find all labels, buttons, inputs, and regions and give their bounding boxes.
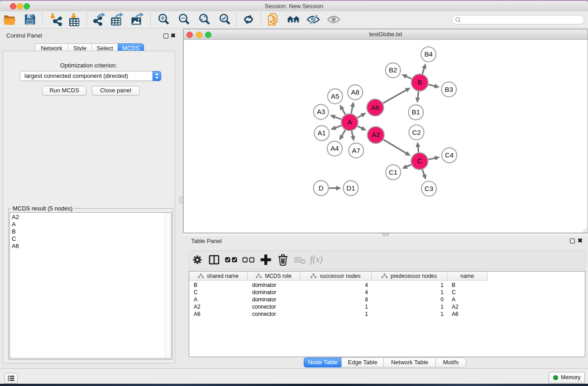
table-cell[interactable]: 1: [372, 289, 447, 296]
mcds-result-list[interactable]: A2ABCA6: [10, 212, 172, 358]
network-window-titlebar[interactable]: testGlobe.txt: [184, 29, 588, 40]
delete-column-button[interactable]: [276, 253, 290, 267]
select-all-button[interactable]: [225, 253, 238, 267]
add-column-button[interactable]: [259, 253, 272, 267]
duplicate-network-button[interactable]: [267, 13, 281, 26]
graph-edge-A-A4[interactable]: [339, 130, 345, 140]
table-cell[interactable]: 1: [300, 310, 372, 318]
column-header-shared-name[interactable]: shared name: [189, 272, 248, 281]
graph-node-A[interactable]: A: [341, 114, 358, 131]
run-mcds-button[interactable]: Run MCDS: [42, 86, 86, 95]
table-cell[interactable]: dominator: [248, 281, 300, 289]
graph-node-A6[interactable]: A6: [367, 99, 383, 116]
export-network-button[interactable]: [92, 13, 105, 26]
graph-edge-B-B4[interactable]: [422, 63, 426, 74]
table-cell[interactable]: 1: [372, 303, 447, 310]
save-session-button[interactable]: [23, 13, 37, 26]
graph-edge-A-A2[interactable]: [358, 126, 366, 131]
graph-edge-C-C3[interactable]: [422, 170, 426, 180]
show-all-button[interactable]: [327, 13, 340, 26]
table-cell[interactable]: B: [447, 281, 488, 289]
table-cell[interactable]: B: [189, 281, 248, 289]
table-cell[interactable]: 1: [372, 281, 447, 289]
close-panel-icon[interactable]: ✖: [171, 33, 176, 38]
graph-edge-A-A5[interactable]: [340, 105, 345, 114]
first-neighbors-button[interactable]: [287, 13, 300, 26]
refresh-layout-button[interactable]: [242, 13, 255, 26]
graph-node-C3[interactable]: C3: [421, 181, 436, 196]
close-panel-button[interactable]: Close panel: [92, 86, 139, 95]
tab-node-table[interactable]: Node Table: [304, 357, 342, 367]
table-cell[interactable]: 4: [300, 289, 372, 296]
table-cell[interactable]: 4: [300, 281, 372, 289]
table-cell[interactable]: connector: [248, 303, 300, 310]
graph-node-A4[interactable]: A4: [327, 141, 342, 156]
column-header-MCDS-role[interactable]: MCDS role: [248, 272, 300, 281]
mcds-result-item[interactable]: A6: [12, 243, 19, 250]
network-canvas[interactable]: B4B2BB3A5A8A6A3B1AC2A1A2A4A7C4CC1C3DD1: [184, 40, 587, 232]
graph-node-C1[interactable]: C1: [386, 165, 401, 180]
graph-edge-B-B3[interactable]: [428, 84, 440, 88]
graph-edge-A6-B[interactable]: [383, 88, 411, 103]
graph-node-A3[interactable]: A3: [314, 105, 329, 119]
zoom-fit-button[interactable]: [198, 13, 211, 26]
mcds-result-item[interactable]: C: [12, 235, 19, 243]
resize-grip-icon[interactable]: [581, 226, 587, 232]
import-table-button[interactable]: [67, 13, 81, 26]
task-history-button[interactable]: [5, 373, 18, 384]
table-cell[interactable]: A6: [189, 310, 248, 318]
graph-node-A7[interactable]: A7: [349, 143, 363, 158]
graph-node-B1[interactable]: B1: [408, 105, 423, 120]
table-cell[interactable]: A: [189, 296, 248, 303]
graph-edge-D-D1[interactable]: [329, 186, 341, 191]
table-cell[interactable]: 0: [372, 296, 447, 303]
import-network-button[interactable]: [49, 13, 62, 26]
column-header-predecessor-nodes[interactable]: predecessor nodes: [372, 272, 447, 281]
table-cell[interactable]: dominator: [248, 296, 300, 303]
table-cell[interactable]: A6: [447, 310, 488, 318]
optimization-dropdown[interactable]: largest connected component (directed): [20, 71, 161, 81]
graph-edge-C-C1[interactable]: [402, 164, 411, 169]
export-image-button[interactable]: [130, 13, 144, 26]
column-header-successor-nodes[interactable]: successor nodes: [300, 272, 372, 281]
split-columns-button[interactable]: [207, 253, 221, 267]
table-cell[interactable]: dominator: [248, 289, 300, 296]
export-table-button[interactable]: [110, 13, 124, 26]
graph-edge-A-A7[interactable]: [350, 131, 355, 141]
zoom-selected-button[interactable]: [218, 13, 232, 26]
column-header-name[interactable]: name: [447, 272, 488, 281]
mcds-result-item[interactable]: B: [12, 228, 19, 235]
graph-edge-C-C2[interactable]: [416, 142, 420, 152]
hide-selected-button[interactable]: [306, 13, 320, 26]
memory-button[interactable]: Memory: [549, 372, 585, 383]
zoom-out-button[interactable]: [177, 13, 191, 26]
graph-node-D[interactable]: D: [314, 181, 329, 195]
graph-edge-A-A1[interactable]: [330, 125, 341, 130]
graph-node-C4[interactable]: C4: [442, 148, 457, 163]
deselect-all-button[interactable]: [242, 253, 255, 267]
table-cell[interactable]: C: [447, 289, 488, 296]
mcds-result-item[interactable]: A: [12, 221, 19, 228]
table-cell[interactable]: A: [447, 296, 488, 303]
graph-edge-A-A3[interactable]: [330, 115, 341, 119]
table-cell[interactable]: connector: [248, 310, 300, 318]
tab-motifs[interactable]: Motifs: [435, 357, 466, 367]
table-cell[interactable]: 8: [300, 296, 372, 303]
graph-node-C[interactable]: C: [411, 153, 428, 170]
table-cell[interactable]: C: [189, 289, 248, 296]
graph-node-A2[interactable]: A2: [368, 127, 384, 143]
table-cell[interactable]: A2: [447, 303, 488, 310]
graph-edge-A-A8[interactable]: [350, 102, 355, 114]
graph-node-A1[interactable]: A1: [314, 126, 329, 141]
graph-node-B4[interactable]: B4: [421, 47, 436, 62]
float-window-icon[interactable]: [570, 238, 575, 243]
mcds-result-item[interactable]: A2: [12, 214, 19, 221]
tab-edge-table[interactable]: Edge Table: [341, 357, 384, 367]
gear-button[interactable]: [191, 253, 204, 267]
close-panel-icon[interactable]: ✖: [578, 238, 583, 243]
open-file-button[interactable]: [3, 13, 16, 26]
graph-node-C2[interactable]: C2: [409, 125, 424, 140]
graph-node-B3[interactable]: B3: [441, 82, 456, 97]
graph-node-B[interactable]: B: [411, 74, 428, 91]
table-cell[interactable]: A2: [189, 303, 248, 310]
